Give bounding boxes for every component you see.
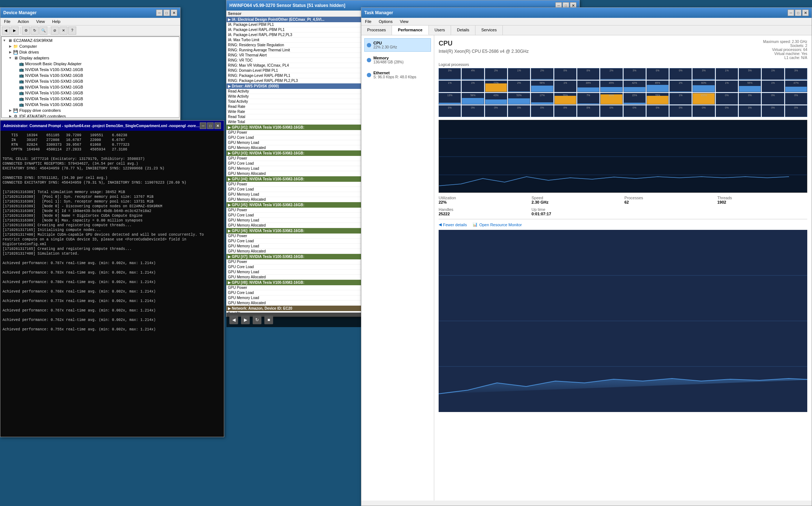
cpu-cell-label-45: 0% — [739, 94, 761, 97]
nvidia-icon-1: 📺 — [19, 67, 24, 72]
nvidia-label-7: NVIDIA Tesla V100-SXM2-16GB — [25, 102, 83, 107]
cpu-cell-55: 0% — [600, 105, 622, 117]
menu-view[interactable]: View — [34, 19, 47, 24]
cpu-cell-17: 1% — [462, 81, 484, 92]
toolbar-help[interactable]: ? — [68, 27, 76, 35]
close-button[interactable]: ✕ — [171, 9, 177, 16]
cpu-subtitle: Intel(R) Xeon(R) CPU E5-2686 v4 @ 2.30GH… — [439, 49, 529, 54]
cpu-cell-6: 0% — [577, 68, 599, 80]
cpu-cell-11: 3% — [692, 68, 715, 80]
fewer-details-btn[interactable]: ◀ Fewer details — [439, 222, 467, 227]
taskbar-back[interactable]: ◀ — [229, 315, 238, 324]
menu-file[interactable]: File — [2, 19, 13, 24]
tree-nvidia-1[interactable]: 📺 NVIDIA Tesla V100-SXM2-16GB — [2, 67, 178, 72]
cpu-cell-fill-20 — [531, 86, 553, 92]
tm-minimize[interactable]: ─ — [788, 9, 794, 16]
minimize-button[interactable]: ─ — [156, 9, 163, 16]
tree-ide[interactable]: ▶ ⚙ IDE ATA/ATAPI controllers — [2, 113, 178, 118]
nvidia-icon-4: 📺 — [19, 85, 24, 90]
cmd-minimize[interactable]: ─ — [200, 122, 206, 129]
tree-display-adapters[interactable]: ▼ 🖥 Display adapters — [2, 55, 178, 61]
tree-disk-drives[interactable]: ▶ 💾 Disk drives — [2, 49, 178, 55]
tree-nvidia-7[interactable]: 📺 NVIDIA Tesla V100-SXM2-16GB — [2, 102, 178, 107]
cpu-dot — [367, 43, 371, 47]
cpu-cell-39: 89% — [600, 93, 622, 105]
tm-menu-options[interactable]: Options — [377, 19, 395, 24]
taskbar-refresh[interactable]: ↻ — [253, 315, 261, 324]
cpu-cell-51: 0% — [508, 105, 530, 117]
tree-root[interactable]: ▼ 🖥 EC2AMAZ-6SK9RKM — [2, 38, 178, 43]
tm-maximize[interactable]: □ — [795, 9, 801, 16]
tree-basic-adapter[interactable]: 📺 Microsoft Basic Display Adapter — [2, 61, 178, 67]
tab-services[interactable]: Services — [475, 26, 503, 35]
tree-computer[interactable]: ▶ 📁 Computer — [2, 43, 178, 49]
tab-details[interactable]: Details — [451, 26, 475, 35]
cpu-cell-label-0: 3% — [439, 69, 461, 72]
tab-processes[interactable]: Processes — [361, 26, 392, 35]
metric-ethernet[interactable]: Ethernet S: 96.0 Kbps R: 48.0 Kbps — [364, 68, 431, 82]
toolbar-update[interactable]: ↻ — [31, 27, 39, 35]
tm-menu-file[interactable]: File — [363, 19, 374, 24]
cpu-cell-label-22: 39% — [578, 82, 599, 84]
computer-toggle[interactable]: ▶ — [8, 44, 12, 48]
disk-toggle[interactable]: ▶ — [8, 50, 12, 54]
tree-nvidia-3[interactable]: 📺 NVIDIA Tesla V100-SXM2-16GB — [2, 78, 178, 84]
tree-nvidia-6[interactable]: 📺 NVIDIA Tesla V100-SXM2-16GB — [2, 96, 178, 102]
memory-metric-info: Memory 136/488 GB (28%) — [373, 56, 428, 64]
cpu-cell-fill-33 — [462, 98, 483, 104]
metric-cpu[interactable]: CPU 22% 2.30 GHz — [364, 38, 431, 52]
ethernet-metric-name: Ethernet — [373, 71, 428, 75]
open-resource-monitor-btn[interactable]: 📊 Open Resource Monitor — [473, 222, 522, 227]
cpu-cell-18: 77% — [485, 81, 507, 92]
cpu-cell-58: 0% — [669, 105, 692, 117]
device-tree[interactable]: ▼ 🖥 EC2AMAZ-6SK9RKM ▶ 📁 Computer ▶ 💾 Dis… — [1, 36, 179, 118]
tm-sidebar: CPU 22% 2.30 GHz Memory 136/488 GB (28%)… — [361, 35, 434, 501]
tree-floppy[interactable]: ▶ 💾 Floppy drive controllers — [2, 107, 178, 113]
cpu-cell-label-54: 0% — [578, 106, 599, 109]
tree-nvidia-4[interactable]: 📺 NVIDIA Tesla V100-SXM2-16GB — [2, 84, 178, 90]
tm-tabs: Processes Performance Users Details Serv… — [361, 26, 812, 35]
cpu-cell-fill-34 — [485, 99, 507, 104]
toolbar-scan[interactable]: 🔍 — [39, 27, 47, 35]
cpu-cell-label-6: 0% — [578, 69, 599, 72]
toolbar-properties[interactable]: ⚙ — [22, 27, 30, 35]
cpu-cell-27: 60% — [692, 81, 715, 92]
taskbar-forward[interactable]: ▶ — [241, 315, 250, 324]
cpu-cell-32: 13% — [439, 93, 461, 105]
display-toggle[interactable]: ▼ — [8, 56, 12, 60]
cpu-cell-fill-13 — [739, 79, 761, 80]
root-toggle[interactable]: ▼ — [2, 38, 7, 43]
taskbar-stop[interactable]: ■ — [264, 315, 273, 324]
toolbar-forward[interactable]: ▶ — [11, 27, 19, 35]
cmd-close[interactable]: ✕ — [214, 122, 221, 129]
chevron-left-icon: ◀ — [439, 222, 442, 227]
tm-close[interactable]: ✕ — [802, 9, 809, 16]
tab-users[interactable]: Users — [429, 26, 451, 35]
cpu-cell-label-37: 76% — [555, 94, 576, 97]
cpu-cell-label-48: 0% — [439, 106, 461, 109]
metric-memory[interactable]: Memory 136/488 GB (28%) — [364, 53, 431, 67]
cpu-cell-fill-35 — [508, 98, 530, 104]
toolbar-back[interactable]: ◀ — [2, 27, 10, 35]
speed-stat: Speed 2.30 GHz — [532, 196, 622, 204]
cpu-cell-label-32: 13% — [439, 94, 461, 97]
nvidia-label-3: NVIDIA Tesla V100-SXM2-16GB — [25, 79, 83, 83]
tree-nvidia-2[interactable]: 📺 NVIDIA Tesla V100-SXM2-16GB — [2, 72, 178, 78]
cpu-cell-31: 47% — [785, 81, 807, 92]
menu-action[interactable]: Action — [16, 19, 31, 24]
tab-performance[interactable]: Performance — [392, 26, 428, 35]
processes-value: 62 — [625, 200, 715, 204]
maximize-button[interactable]: □ — [163, 9, 170, 16]
tree-nvidia-5[interactable]: 📺 NVIDIA Tesla V100-SXM2-16GB — [2, 90, 178, 96]
cpu-cell-0: 3% — [439, 68, 461, 80]
logical-procs-value: 64 — [803, 48, 807, 52]
cpu-cell-label-31: 47% — [785, 82, 807, 84]
cmd-content[interactable]: TIS 16394 651185 39.7209 109551 6.68238 … — [0, 131, 224, 437]
device-manager-title-bar: Device Manager ─ □ ✕ — [0, 8, 180, 18]
utilization-stat: Utilization 22% — [439, 196, 529, 204]
toolbar-disable[interactable]: ⊘ — [51, 27, 59, 35]
toolbar-uninstall[interactable]: ✕ — [59, 27, 67, 35]
menu-help[interactable]: Help — [50, 19, 63, 24]
tm-menu-view[interactable]: View — [398, 19, 411, 24]
cmd-maximize[interactable]: □ — [207, 122, 214, 129]
